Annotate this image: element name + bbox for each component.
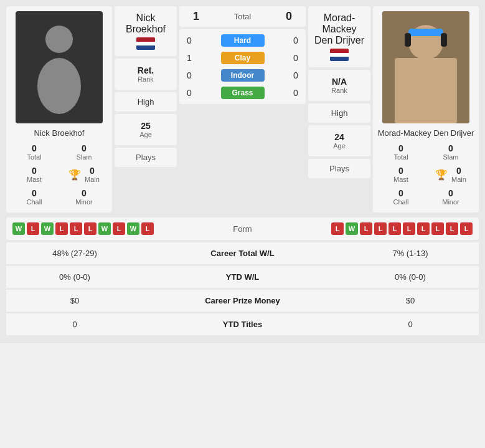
svg-rect-5 [408, 29, 443, 36]
player2-panel: Morad-Mackey Den Drijver 0 Total 0 Slam … [373, 6, 479, 212]
player2-total-cell: 0 Total [377, 141, 425, 163]
player1-panel: Nick Broekhof 0 Total 0 Slam 0 Mast 🏆 [6, 6, 112, 212]
form-badge-l: L [27, 222, 39, 235]
player1-mast-cell: 0 Mast [10, 164, 59, 185]
indoor-s2: 0 [290, 70, 302, 80]
form-badge-w: W [346, 222, 358, 235]
stats-row-1: 0% (0-0) YTD W/L 0% (0-0) [6, 265, 479, 289]
trophy1-icon: 🏆 [68, 169, 81, 181]
player2-mast-cell: 0 Mast [377, 164, 425, 185]
form-badge-w: W [127, 222, 139, 235]
player2-rank-value: N/A [314, 77, 364, 87]
score1: 1 [187, 10, 205, 23]
player1-age-value: 25 [121, 121, 171, 131]
player1-trophy-row: 🏆 0 Main [60, 164, 108, 185]
score2: 0 [280, 10, 298, 23]
player2-slam-value: 0 [426, 143, 475, 153]
stat-right-2: $0 [342, 289, 479, 313]
player2-age-panel: 24 Age [308, 125, 370, 156]
total-score-row: 1 Total 0 [179, 6, 306, 27]
player2-flag [330, 49, 349, 61]
clay-s1: 1 [183, 53, 195, 63]
surface-rows: 0 Hard 0 1 Clay 0 0 Indoor 0 [179, 29, 306, 104]
player1-slam-value: 0 [60, 143, 108, 153]
player2-name: Morad-Mackey Den Drijver [378, 128, 474, 138]
player1-header-name: Nick Broekhof [126, 12, 166, 35]
form-badge-w: W [98, 222, 111, 235]
player1-header: Nick Broekhof [115, 6, 177, 56]
player1-slam-label: Slam [60, 153, 108, 161]
center-col: 1 Total 0 0 Hard 0 1 Clay 0 [179, 6, 306, 212]
player2-header: Morad-Mackey Den Drijver [308, 6, 370, 67]
player1-name: Nick Broekhof [34, 128, 85, 138]
form-badge-l: L [331, 222, 344, 235]
stat-left-1: 0% (0-0) [6, 265, 143, 289]
player2-main-label: Main [451, 176, 466, 183]
trophy2-icon: 🏆 [435, 169, 448, 181]
form-badge-l: L [360, 222, 372, 235]
stats-row-2: $0 Career Prize Money $0 [6, 289, 479, 313]
player2-rank-panel: N/A Rank [308, 70, 370, 101]
form-badge-l: L [417, 222, 430, 235]
player2-side-col: Morad-Mackey Den Drijver N/A Rank [308, 6, 370, 212]
form-badge-l: L [141, 222, 154, 235]
hard-badge: Hard [221, 34, 265, 47]
player1-photo [16, 11, 103, 123]
form-badge-l: L [403, 222, 415, 235]
player1-minor-label: Minor [60, 198, 108, 206]
player2-high-value: High [314, 108, 364, 118]
player2-minor-cell: 0 Minor [426, 186, 475, 207]
stat-right-1: 0% (0-0) [342, 265, 479, 289]
grass-badge: Grass [221, 87, 265, 99]
form-badge-l: L [446, 222, 458, 235]
player1-plays-label: Plays [122, 153, 169, 162]
player2-rank-label: Rank [314, 87, 364, 94]
match-section: Nick Broekhof 0 Total 0 Slam 0 Mast 🏆 [6, 6, 479, 212]
player1-rank-label: Rank [121, 75, 171, 83]
player1-rank-panel: Ret. Rank [115, 59, 177, 90]
form-badge-l: L [431, 222, 444, 235]
form-badge-l: L [113, 222, 125, 235]
player1-high-value: High [121, 97, 171, 107]
player1-mast-value: 0 [10, 166, 59, 176]
player1-chall-cell: 0 Chall [10, 186, 59, 207]
stat-left-3: 0 [6, 313, 143, 336]
player2-age-value: 24 [314, 132, 364, 142]
player1-high: High [115, 92, 177, 112]
stats-row-0: 48% (27-29) Career Total W/L 7% (1-13) [6, 242, 479, 265]
form-badge-l: L [374, 222, 387, 235]
player2-total-label: Total [377, 153, 425, 161]
indoor-s1: 0 [183, 70, 195, 80]
player2-minor-value: 0 [426, 188, 475, 198]
grass-s1: 0 [183, 88, 195, 98]
player2-trophy-row: 🏆 0 Main [426, 164, 475, 185]
indoor-badge: Indoor [221, 69, 265, 82]
player2-slam-label: Slam [426, 153, 475, 161]
player2-plays: Plays [308, 159, 370, 178]
player2-chall-value: 0 [377, 188, 425, 198]
player2-stats-grid: 0 Total 0 Slam 0 Mast 🏆 0 Main [377, 141, 475, 207]
player2-age-label: Age [314, 142, 364, 150]
svg-point-0 [45, 26, 73, 53]
player2-main-value: 0 [451, 166, 466, 176]
player2-high: High [308, 103, 370, 123]
player2-form-badges: LWLLLLLLLL [331, 222, 473, 235]
grass-row: 0 Grass 0 [183, 85, 302, 100]
player1-minor-cell: 0 Minor [60, 186, 108, 207]
stat-right-0: 7% (1-13) [342, 242, 479, 265]
player2-total-value: 0 [377, 143, 425, 153]
form-badge-w: W [41, 222, 54, 235]
player1-rank-row: Ret. Rank [121, 64, 171, 85]
player2-mast-value: 0 [377, 166, 425, 176]
player1-total-value: 0 [10, 143, 59, 153]
stat-left-0: 48% (27-29) [6, 242, 143, 265]
svg-rect-6 [405, 33, 411, 47]
player2-main-cell: 0 Main [451, 164, 466, 185]
player1-main-value: 0 [85, 166, 100, 176]
form-section: WLWLLLWLWL Form LWLLLLLLLL [6, 217, 479, 240]
stats-row-3: 0 YTD Titles 0 [6, 313, 479, 336]
player1-flag [136, 37, 155, 50]
player2-plays-label: Plays [316, 164, 363, 173]
stat-right-3: 0 [342, 313, 479, 336]
form-label: Form [233, 224, 252, 234]
